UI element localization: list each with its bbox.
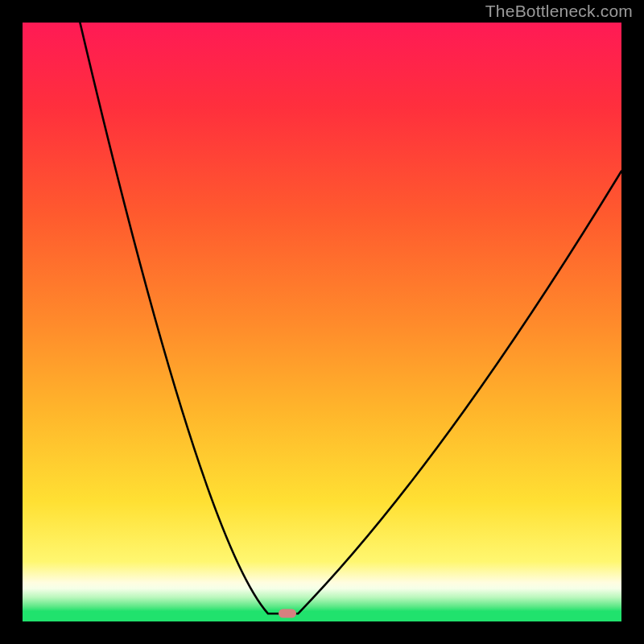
- watermark-text: TheBottleneck.com: [485, 2, 633, 21]
- optimal-marker: [279, 609, 296, 618]
- bottleneck-curve-path: [80, 23, 621, 613]
- chart-frame: TheBottleneck.com: [0, 0, 644, 644]
- bottleneck-curve: [23, 23, 621, 621]
- plot-area: [23, 23, 621, 621]
